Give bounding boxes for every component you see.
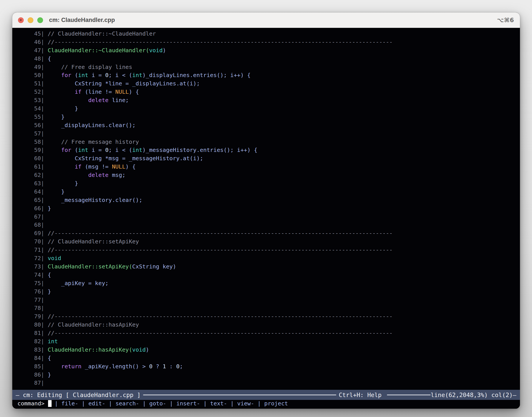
code-line: 83| ClaudeHandler::hasApiKey(void) <box>34 346 520 354</box>
window-title: cm: ClaudeHandler.cpp <box>49 17 115 23</box>
command-line[interactable]: command> | file- | edit- | search- | got… <box>12 400 520 409</box>
code-line: 84| { <box>34 354 520 362</box>
code-token: CxString *line = _displayLines.at(i); <box>48 80 200 87</box>
code-token: i = <box>88 146 105 153</box>
code-line: 52| if (line != NULL) { <box>34 88 520 96</box>
text-cursor <box>48 400 52 407</box>
minimize-button[interactable] <box>28 17 33 23</box>
code-line: 72| void <box>34 254 520 262</box>
code-token: //--------------------------------------… <box>48 230 393 236</box>
line-number: 65| <box>34 196 48 204</box>
code-token: (msg != <box>82 163 112 170</box>
code-token: for <box>61 72 71 78</box>
line-number: 76| <box>34 288 48 296</box>
line-number: 61| <box>34 163 48 171</box>
code-token: //--------------------------------------… <box>48 330 393 336</box>
code-token: void <box>132 346 146 353</box>
code-token: } <box>48 371 51 378</box>
code-token: void <box>149 47 163 53</box>
code-token: ClaudeHandler::setApiKey( <box>48 263 132 270</box>
code-line: 77| <box>34 296 520 304</box>
code-token: msg; <box>109 172 125 178</box>
code-line: 50| for (int i = 0; i < (int)_displayLin… <box>34 71 520 79</box>
line-number: 46| <box>34 38 48 46</box>
code-line: 57| <box>34 129 520 138</box>
line-number: 78| <box>34 304 48 312</box>
code-line: 87| <box>34 379 520 387</box>
status-help-hint: Ctrl+H: Help <box>339 392 382 398</box>
status-divider-line <box>143 395 336 395</box>
code-token <box>48 72 61 78</box>
code-token: ClaudeHandler::hasApiKey( <box>48 346 132 353</box>
line-number: 77| <box>34 296 48 304</box>
code-token: return <box>61 363 82 370</box>
line-number: 70| <box>34 238 48 246</box>
line-number: 84| <box>34 354 48 362</box>
traffic-lights <box>18 17 43 23</box>
line-number: 72| <box>34 254 48 262</box>
code-token: } <box>48 114 64 120</box>
code-line: 56| _displayLines.clear(); <box>34 121 520 129</box>
line-number: 55| <box>34 113 48 121</box>
line-number: 58| <box>34 138 48 146</box>
status-file-info: — cm: Editing [ ClaudeHandler.cpp ] <box>16 392 141 398</box>
line-number: 56| <box>34 121 48 129</box>
line-number: 60| <box>34 154 48 163</box>
line-number: 66| <box>34 204 48 213</box>
code-token: _apiKey = key; <box>48 280 108 286</box>
code-line: 69| //----------------------------------… <box>34 229 520 238</box>
code-token: int <box>78 72 88 78</box>
code-token: ) { <box>129 88 139 95</box>
code-line: 63| } <box>34 179 520 188</box>
code-token: _messageHistory.clear(); <box>48 197 142 203</box>
line-number: 82| <box>34 337 48 346</box>
line-number: 83| <box>34 346 48 354</box>
line-number: 52| <box>34 88 48 96</box>
line-number: 71| <box>34 246 48 254</box>
code-token: { <box>48 55 51 62</box>
code-token: NULL <box>112 163 125 170</box>
code-line: 78| <box>34 304 520 312</box>
desktop: cm: ClaudeHandler.cpp ⌥⌘6 45| // ClaudeH… <box>0 0 532 417</box>
code-token: } <box>48 288 51 295</box>
line-number: 86| <box>34 371 48 379</box>
code-line: 53| delete line; <box>34 96 520 104</box>
terminal-content: 45| // ClaudeHandler::~ClaudeHandler46| … <box>12 28 520 409</box>
close-button[interactable] <box>18 17 24 23</box>
code-line: 71| //----------------------------------… <box>34 246 520 254</box>
line-number: 80| <box>34 321 48 329</box>
line-number: 74| <box>34 271 48 279</box>
code-token: CxString *msg = _messageHistory.at(i); <box>48 155 203 162</box>
line-number: 53| <box>34 96 48 104</box>
command-menu-items[interactable]: | file- | edit- | search- | goto- | inse… <box>55 400 288 407</box>
code-line: 47| ClaudeHandler::~ClaudeHandler(void) <box>34 46 520 55</box>
line-number: 79| <box>34 312 48 321</box>
code-token: )_messageHistory.entries(); i++) { <box>142 146 257 153</box>
code-editor[interactable]: 45| // ClaudeHandler::~ClaudeHandler46| … <box>12 28 520 390</box>
code-line: 75| _apiKey = key; <box>34 279 520 288</box>
code-token: ) <box>146 346 149 353</box>
code-token: : <box>166 363 176 370</box>
line-number: 67| <box>34 213 48 221</box>
code-line: 46| //----------------------------------… <box>34 38 520 46</box>
code-token: // ClaudeHandler::setApiKey <box>48 238 139 245</box>
code-token: delete <box>88 97 108 103</box>
code-token: 1 <box>163 363 166 370</box>
line-number: 64| <box>34 188 48 196</box>
code-token: { <box>48 271 51 278</box>
code-token: } <box>48 188 64 195</box>
code-line: 67| <box>34 213 520 221</box>
code-token: // ClaudeHandler::hasApiKey <box>48 321 139 328</box>
code-token <box>48 172 88 178</box>
code-token: ( <box>71 72 78 78</box>
line-number: 62| <box>34 171 48 179</box>
code-line: 49| // Free display lines <box>34 63 520 71</box>
code-token: line; <box>109 97 129 103</box>
code-line: 82| int <box>34 337 520 346</box>
line-number: 50| <box>34 71 48 79</box>
line-number: 87| <box>34 379 48 387</box>
zoom-button[interactable] <box>37 17 43 23</box>
code-token: } <box>48 105 78 112</box>
code-token: ClaudeHandler::~ClaudeHandler( <box>48 47 149 53</box>
code-token: delete <box>88 172 108 178</box>
